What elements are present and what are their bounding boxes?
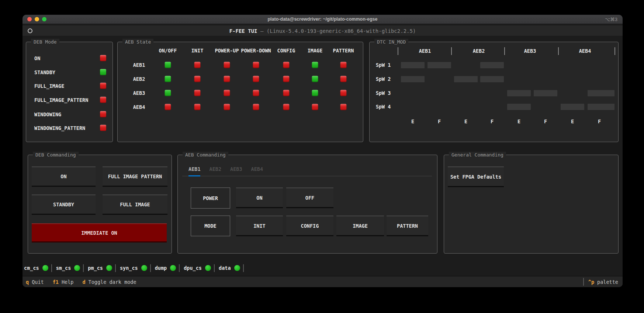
dtc-cell-box: [401, 62, 425, 68]
led-indicator-red: [253, 104, 259, 110]
status-label: data: [219, 265, 231, 271]
led-indicator-red: [312, 104, 318, 110]
led-indicator-red: [224, 62, 230, 68]
aeb-state-row-label: AEB1: [133, 62, 145, 68]
aeb-state-col-header: POWER-DOWN: [241, 48, 271, 54]
dtc-subcol-label: E: [411, 118, 414, 124]
dtc-col-header: AEB1: [419, 48, 431, 54]
status-separator: [51, 264, 52, 272]
aeb-power-off-button[interactable]: OFF: [286, 188, 333, 208]
aeb-mode-pattern-button[interactable]: PATTERN: [387, 216, 428, 236]
minimize-window-icon[interactable]: [35, 17, 39, 21]
aeb-mode-image-button[interactable]: IMAGE: [336, 216, 384, 236]
tab-underline-track: [182, 176, 432, 176]
status-label: pm_cs: [88, 265, 103, 271]
status-separator: [115, 264, 116, 272]
aeb-commanding-panel: AEB Commanding AEB1AEB2AEB3AEB4 POWER MO…: [177, 155, 437, 254]
aeb-mode-init-button[interactable]: INIT: [236, 216, 283, 236]
tab-aeb2[interactable]: AEB2: [210, 166, 222, 172]
dtc-subcol-label: F: [438, 118, 441, 124]
footer-separator: [583, 278, 584, 286]
footer-binding-f1[interactable]: f1Help: [53, 279, 74, 285]
dtc-col-header: AEB2: [473, 48, 485, 54]
deb-mode-row: WINDOWING_PATTERN: [34, 124, 106, 132]
dtc-subcol-label: E: [464, 118, 467, 124]
deb-immediate-on-button[interactable]: IMMEDIATE ON: [32, 223, 167, 243]
led-indicator-red: [194, 76, 201, 82]
tab-aeb1[interactable]: AEB1: [188, 166, 201, 172]
aeb-state-col-header: INIT: [191, 48, 204, 54]
dtc-row-label: SpW 4: [376, 104, 391, 110]
led-indicator-green: [165, 76, 171, 82]
status-label: dump: [155, 265, 167, 271]
led-indicator-red: [100, 111, 106, 117]
led-indicator-red: [253, 76, 259, 82]
deb-mode-row: WINDOWING: [34, 110, 106, 118]
led-indicator-red: [283, 76, 290, 82]
header-menu-icon[interactable]: [28, 28, 32, 33]
column-separator: [614, 47, 615, 55]
binding-label: Toggle dark mode: [89, 279, 136, 285]
dtc-cell-box: [588, 90, 614, 96]
footer-binding-q[interactable]: qQuit: [26, 279, 44, 285]
aeb-state-row-label: AEB4: [133, 104, 145, 110]
led-indicator-red: [283, 104, 290, 110]
deb-mode-label: FULL_IMAGE: [34, 83, 64, 89]
led-indicator-red: [224, 104, 230, 110]
close-window-icon[interactable]: [27, 17, 32, 21]
dtc-row-label: SpW 2: [376, 76, 391, 82]
window-title: plato-data@screwdriver: ~/git/plato-comm…: [267, 17, 377, 22]
led-indicator-red: [194, 104, 201, 110]
led-indicator-green: [312, 76, 318, 82]
led-indicator-red: [100, 55, 106, 61]
aeb-state-row-label: AEB2: [133, 76, 145, 82]
deb-on-button[interactable]: ON: [32, 166, 96, 187]
led-indicator-red: [194, 90, 201, 96]
tui-app: F-FEE TUI — (Linux-5.4.0-193-generic-x86…: [22, 24, 623, 287]
dtc-subcol-label: F: [598, 118, 601, 124]
led-indicator-red: [340, 104, 347, 110]
window-shortcut-badge: ⌥⌘3: [605, 17, 617, 22]
led-indicator-green: [312, 62, 318, 68]
aeb-mode-config-button[interactable]: CONFIG: [286, 216, 333, 236]
binding-label: Help: [62, 279, 74, 285]
led-indicator-red: [340, 62, 347, 68]
power-group-label: POWER: [191, 188, 230, 209]
column-separator: [451, 47, 452, 55]
footer-palette[interactable]: ^p palette: [583, 278, 618, 286]
aeb-power-on-button[interactable]: ON: [236, 188, 283, 208]
tab-aeb4[interactable]: AEB4: [251, 166, 263, 172]
status-led-green: [74, 265, 80, 271]
status-label: cm_cs: [24, 265, 39, 271]
deb-mode-row: FULL_IMAGE_PATTERN: [34, 96, 106, 104]
dtc-subcol-label: E: [517, 118, 520, 124]
dtc-cell-box: [427, 62, 451, 68]
deb-standby-button[interactable]: STANDBY: [32, 195, 96, 215]
window-titlebar: plato-data@screwdriver: ~/git/plato-comm…: [22, 15, 623, 24]
led-indicator-red: [253, 90, 259, 96]
deb-full-image-button[interactable]: FULL IMAGE: [103, 195, 167, 215]
footer-bindings: qQuitf1HelpdToggle dark mode: [26, 279, 145, 285]
dtc-cell-box: [534, 90, 557, 96]
dtc-cell-box: [454, 76, 478, 82]
set-fpga-defaults-button[interactable]: Set FPGA Defaults: [448, 166, 504, 187]
tab-aeb3[interactable]: AEB3: [230, 166, 242, 172]
binding-label: Quit: [32, 279, 44, 285]
dtc-subcol-label: F: [491, 118, 494, 124]
deb-full-image-pattern-button[interactable]: FULL IMAGE PATTERN: [103, 166, 167, 187]
aeb-state-col-header: CONFIG: [277, 48, 295, 54]
footer-binding-d[interactable]: dToggle dark mode: [82, 279, 136, 285]
deb-mode-row: STANDBY: [34, 68, 106, 76]
led-indicator-red: [100, 125, 106, 131]
deb-mode-row: FULL_IMAGE: [34, 82, 106, 90]
dtc-in-mod-panel: DTC IN_MOD AEB1AEB2AEB3AEB4SpW 1SpW 2SpW…: [369, 42, 619, 142]
dtc-row-label: SpW 1: [376, 62, 391, 68]
dtc-cell-box: [480, 62, 504, 68]
led-indicator-green: [100, 69, 106, 75]
zoom-window-icon[interactable]: [42, 17, 46, 21]
dtc-cell-box: [480, 76, 504, 82]
led-indicator-red: [283, 90, 290, 96]
led-indicator-red: [283, 62, 290, 68]
column-separator: [558, 47, 559, 55]
led-indicator-green: [165, 90, 171, 96]
